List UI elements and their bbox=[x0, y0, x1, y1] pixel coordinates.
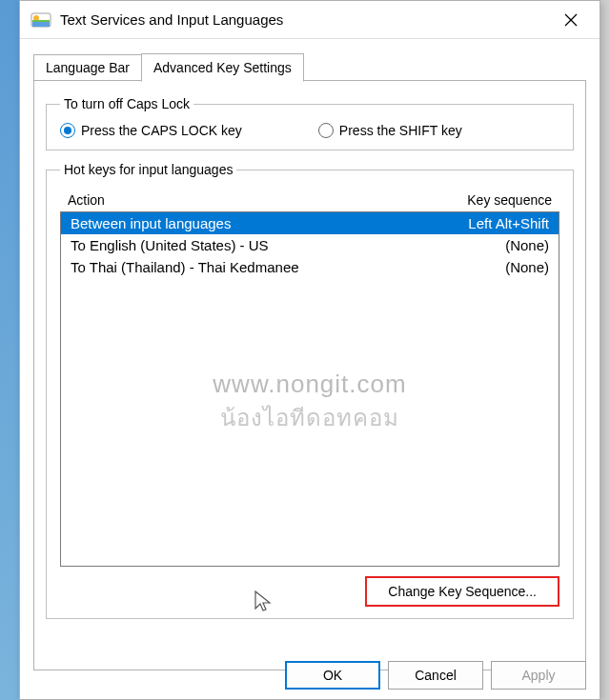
col-keyseq: Key sequence bbox=[467, 192, 552, 208]
cancel-button[interactable]: Cancel bbox=[388, 661, 483, 690]
desktop-backdrop-right bbox=[600, 0, 610, 700]
dialog-footer: OK Cancel Apply bbox=[20, 661, 600, 690]
titlebar: Text Services and Input Languages bbox=[20, 1, 600, 39]
app-icon bbox=[30, 9, 52, 31]
col-action: Action bbox=[68, 192, 105, 208]
dialog-body: Language Bar Advanced Key Settings To tu… bbox=[20, 39, 600, 680]
desktop-backdrop-left bbox=[0, 0, 19, 700]
radio-shift-label: Press the SHIFT key bbox=[339, 123, 462, 138]
svg-rect-2 bbox=[32, 22, 50, 27]
list-item[interactable]: To English (United States) - US (None) bbox=[61, 234, 559, 256]
keyseq-cell: (None) bbox=[505, 237, 549, 253]
tab-advanced-key-settings[interactable]: Advanced Key Settings bbox=[141, 53, 304, 82]
tab-panel-advanced: To turn off Caps Lock Press the CAPS LOC… bbox=[33, 80, 586, 670]
change-key-sequence-button[interactable]: Change Key Sequence... bbox=[365, 576, 559, 607]
radio-shift[interactable]: Press the SHIFT key bbox=[318, 123, 462, 138]
dialog-text-services: Text Services and Input Languages Langua… bbox=[19, 0, 600, 700]
hotkeys-listbox[interactable]: Between input languages Left Alt+Shift T… bbox=[60, 211, 559, 567]
hotkeys-legend: Hot keys for input languages bbox=[60, 162, 236, 177]
capslock-groupbox: To turn off Caps Lock Press the CAPS LOC… bbox=[46, 96, 574, 150]
list-item[interactable]: To Thai (Thailand) - Thai Kedmanee (None… bbox=[61, 256, 559, 278]
action-cell: To English (United States) - US bbox=[71, 237, 269, 253]
watermark-line1: www.nongit.com bbox=[213, 370, 406, 399]
action-cell: Between input languages bbox=[71, 215, 231, 231]
keyseq-cell: (None) bbox=[505, 259, 549, 275]
watermark: www.nongit.com น้องไอทีดอทคอม bbox=[213, 370, 406, 436]
apply-button[interactable]: Apply bbox=[491, 661, 586, 690]
radio-icon bbox=[60, 123, 75, 138]
list-item[interactable]: Between input languages Left Alt+Shift bbox=[61, 212, 559, 234]
hotkeys-list-header: Action Key sequence bbox=[60, 189, 559, 211]
close-icon bbox=[564, 13, 578, 27]
tab-strip: Language Bar Advanced Key Settings bbox=[33, 52, 586, 81]
capslock-legend: To turn off Caps Lock bbox=[60, 96, 193, 111]
watermark-line2: น้องไอทีดอทคอม bbox=[213, 399, 406, 436]
tab-language-bar[interactable]: Language Bar bbox=[33, 54, 142, 81]
window-title: Text Services and Input Languages bbox=[60, 11, 550, 28]
action-cell: To Thai (Thailand) - Thai Kedmanee bbox=[71, 259, 299, 275]
radio-icon bbox=[318, 123, 334, 138]
svg-rect-3 bbox=[32, 20, 50, 22]
close-button[interactable] bbox=[550, 6, 592, 34]
radio-caps-label: Press the CAPS LOCK key bbox=[81, 123, 242, 138]
radio-caps-lock[interactable]: Press the CAPS LOCK key bbox=[60, 123, 242, 138]
ok-button[interactable]: OK bbox=[285, 661, 380, 690]
hotkeys-groupbox: Hot keys for input languages Action Key … bbox=[46, 162, 574, 619]
keyseq-cell: Left Alt+Shift bbox=[468, 215, 549, 231]
